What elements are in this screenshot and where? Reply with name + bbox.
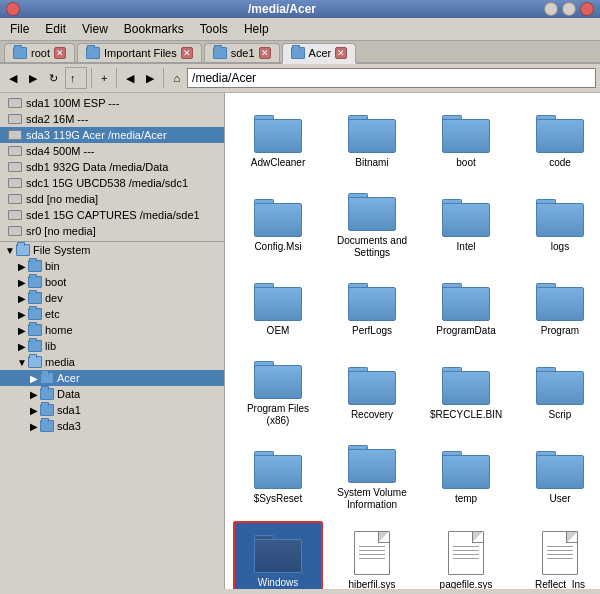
file-systemvolume[interactable]: System Volume Information: [327, 437, 417, 517]
tree-home[interactable]: ▶ home: [0, 322, 224, 338]
tree-etc[interactable]: ▶ etc: [0, 306, 224, 322]
close-button[interactable]: [580, 2, 594, 16]
tree-media[interactable]: ▼ media: [0, 354, 224, 370]
file-code[interactable]: code: [515, 101, 600, 181]
menu-file[interactable]: File: [4, 20, 35, 38]
back-button[interactable]: ◀: [4, 69, 22, 88]
file-programfilesx86-label: Program Files (x86): [238, 403, 318, 427]
home-button[interactable]: ⌂: [168, 69, 185, 87]
tree-acer[interactable]: ▶ Acer: [0, 370, 224, 386]
file-recycle[interactable]: $RECYCLE.BIN: [421, 353, 511, 433]
tree-bin-toggle[interactable]: ▶: [16, 261, 28, 272]
tab-sde1-close[interactable]: ✕: [259, 47, 271, 59]
file-sysreset[interactable]: $SysReset: [233, 437, 323, 517]
tree-etc-toggle[interactable]: ▶: [16, 309, 28, 320]
tree-sda3-toggle[interactable]: ▶: [28, 421, 40, 432]
drive-sr0[interactable]: sr0 [no media]: [0, 223, 224, 239]
window-icon: [6, 2, 20, 16]
tree-lib[interactable]: ▶ lib: [0, 338, 224, 354]
file-scripts[interactable]: Scrip: [515, 353, 600, 433]
file-programdata[interactable]: ProgramData: [421, 269, 511, 349]
tree-bin-icon: [28, 260, 42, 272]
folder-systemvolume-icon: [348, 443, 396, 483]
tab-root[interactable]: root ✕: [4, 43, 75, 62]
menu-view[interactable]: View: [76, 20, 114, 38]
tree-media-toggle[interactable]: ▼: [16, 357, 28, 368]
file-temp[interactable]: temp: [421, 437, 511, 517]
forward-button[interactable]: ▶: [24, 69, 42, 88]
tree-lib-toggle[interactable]: ▶: [16, 341, 28, 352]
drive-sda4[interactable]: sda4 500M ---: [0, 143, 224, 159]
minimize-button[interactable]: [544, 2, 558, 16]
tree-sda3[interactable]: ▶ sda3: [0, 418, 224, 434]
file-logs[interactable]: logs: [515, 185, 600, 265]
file-configmsi[interactable]: Config.Msi: [233, 185, 323, 265]
drive-sda3[interactable]: sda3 119G Acer /media/Acer: [0, 127, 224, 143]
file-adwcleaner[interactable]: AdwCleaner: [233, 101, 323, 181]
file-scripts-label: Scrip: [549, 409, 572, 421]
window-controls[interactable]: [544, 2, 594, 16]
tree-root[interactable]: ▼ File System: [0, 242, 224, 258]
toolbar-separator: [91, 68, 92, 88]
file-pagefile[interactable]: pagefile.sys: [421, 521, 511, 589]
file-oem[interactable]: OEM: [233, 269, 323, 349]
tree-root-icon: [16, 244, 30, 256]
drive-sdc1[interactable]: sdc1 15G UBCD538 /media/sdc1: [0, 175, 224, 191]
folder-oem-icon: [254, 281, 302, 321]
address-bar[interactable]: [187, 68, 596, 88]
drive-sda1[interactable]: sda1 100M ESP ---: [0, 95, 224, 111]
file-windows[interactable]: Windows: [233, 521, 323, 589]
tree-boot[interactable]: ▶ boot: [0, 274, 224, 290]
drive-sde1[interactable]: sde1 15G CAPTURES /media/sde1: [0, 207, 224, 223]
file-boot[interactable]: boot: [421, 101, 511, 181]
reload-button[interactable]: ↻: [44, 69, 63, 88]
menu-edit[interactable]: Edit: [39, 20, 72, 38]
drive-sda2[interactable]: sda2 16M ---: [0, 111, 224, 127]
file-hiberfil[interactable]: hiberfil.sys: [327, 521, 417, 589]
file-programfilesx86[interactable]: Program Files (x86): [233, 353, 323, 433]
tab-acer-close[interactable]: ✕: [335, 47, 347, 59]
new-folder-button[interactable]: +: [96, 69, 112, 87]
tab-root-close[interactable]: ✕: [54, 47, 66, 59]
tree-acer-toggle[interactable]: ▶: [28, 373, 40, 384]
tree-boot-toggle[interactable]: ▶: [16, 277, 28, 288]
pagefile-icon: [448, 531, 484, 575]
tree-data[interactable]: ▶ Data: [0, 386, 224, 402]
file-intel[interactable]: Intel: [421, 185, 511, 265]
menu-help[interactable]: Help: [238, 20, 275, 38]
tree-bin[interactable]: ▶ bin: [0, 258, 224, 274]
file-recovery[interactable]: Recovery: [327, 353, 417, 433]
drive-sdb1[interactable]: sdb1 932G Data /media/Data: [0, 159, 224, 175]
drive-sde1-label: sde1 15G CAPTURES /media/sde1: [26, 209, 200, 221]
file-logs-label: logs: [551, 241, 569, 253]
drive-sda3-icon: [8, 130, 22, 140]
tab-important-close[interactable]: ✕: [181, 47, 193, 59]
file-bitnami[interactable]: Bitnami: [327, 101, 417, 181]
tab-sde1[interactable]: sde1 ✕: [204, 43, 280, 62]
file-program-partial[interactable]: Program: [515, 269, 600, 349]
tree-home-toggle[interactable]: ▶: [16, 325, 28, 336]
menu-bookmarks[interactable]: Bookmarks: [118, 20, 190, 38]
tree-media-icon: [28, 356, 42, 368]
maximize-button[interactable]: [562, 2, 576, 16]
file-users[interactable]: User: [515, 437, 600, 517]
tab-important[interactable]: Important Files ✕: [77, 43, 202, 62]
file-perflogs[interactable]: PerfLogs: [327, 269, 417, 349]
tree-root-toggle[interactable]: ▼: [4, 245, 16, 256]
drive-sdb1-icon: [8, 162, 22, 172]
file-reflect[interactable]: Reflect_Ins: [515, 521, 600, 589]
tree-sda1[interactable]: ▶ sda1: [0, 402, 224, 418]
drive-sdd[interactable]: sdd [no media]: [0, 191, 224, 207]
nav-right-button[interactable]: ▶: [141, 69, 159, 88]
tree-data-toggle[interactable]: ▶: [28, 389, 40, 400]
file-area: AdwCleaner Bitnami boot code: [225, 93, 600, 589]
up-button[interactable]: ↑: [65, 67, 87, 89]
tree-home-icon: [28, 324, 42, 336]
tree-dev-toggle[interactable]: ▶: [16, 293, 28, 304]
tree-sda1-toggle[interactable]: ▶: [28, 405, 40, 416]
tab-acer[interactable]: Acer ✕: [282, 43, 357, 64]
file-docset[interactable]: Documents and Settings: [327, 185, 417, 265]
tree-dev[interactable]: ▶ dev: [0, 290, 224, 306]
nav-left-button[interactable]: ◀: [121, 69, 139, 88]
menu-tools[interactable]: Tools: [194, 20, 234, 38]
